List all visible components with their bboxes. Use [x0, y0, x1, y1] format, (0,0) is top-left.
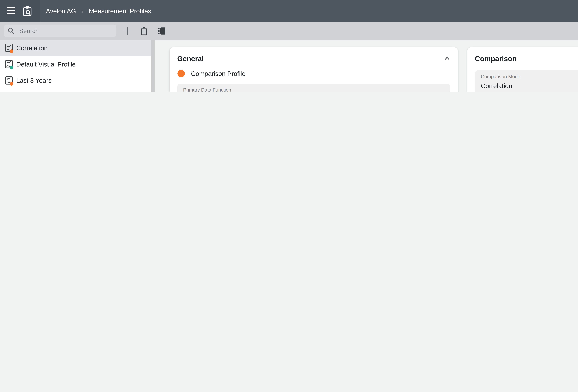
audit-search-icon[interactable]	[22, 5, 33, 17]
sidebar-item-label: Correlation	[16, 44, 48, 52]
profile-list-sidebar: Correlation Default Visual Profile Last …	[0, 40, 151, 92]
menu-icon[interactable]	[7, 7, 15, 14]
sidebar-item-correlation[interactable]: Correlation	[0, 40, 151, 56]
primary-data-function-select[interactable]: Primary Data Function Positive Consumpti…	[177, 84, 450, 92]
card-title: General	[177, 55, 204, 62]
comparison-mode-select[interactable]: Comparison Mode Correlation	[475, 70, 578, 92]
profile-chart-icon	[5, 43, 14, 53]
search-icon	[8, 28, 14, 34]
list-toolbar	[0, 22, 578, 40]
sidebar-item-label: Last 3 Years	[16, 77, 51, 84]
delete-trash-icon[interactable]	[140, 27, 148, 36]
breadcrumb: Avelon AG › Measurement Profiles	[46, 0, 151, 22]
profile-chart-icon	[5, 60, 14, 69]
breadcrumb-root[interactable]: Avelon AG	[46, 7, 76, 15]
field-label: Comparison Mode	[481, 74, 578, 80]
add-profile-icon[interactable]	[123, 27, 132, 36]
search-input[interactable]	[18, 27, 109, 35]
profile-chart-icon	[5, 76, 14, 86]
sidebar-item-new-comparison-profile[interactable]: New Comparison Profile	[0, 89, 151, 92]
breadcrumb-separator-icon: ›	[81, 8, 83, 15]
field-label: Primary Data Function	[183, 87, 444, 92]
sidebar-item-default-visual-profile[interactable]: Default Visual Profile	[0, 56, 151, 72]
general-card: General Comparison Profile Primary Data …	[169, 47, 458, 92]
top-bar: Avelon AG › Measurement Profiles Aaron A…	[0, 0, 578, 22]
toggle-sidebar-layout-icon[interactable]	[157, 27, 166, 36]
card-title: Comparison	[475, 55, 517, 62]
sidebar-item-label: Default Visual Profile	[16, 60, 76, 68]
app-window: Avelon AG › Measurement Profiles Aaron A…	[0, 0, 578, 92]
field-value: Correlation	[481, 82, 578, 90]
main-content: General Comparison Profile Primary Data …	[154, 40, 578, 92]
profile-color-dot[interactable]	[177, 70, 185, 77]
sidebar-resize-splitter[interactable]	[151, 40, 154, 92]
breadcrumb-current: Measurement Profiles	[89, 7, 151, 15]
collapse-chevron-up-icon[interactable]	[444, 56, 450, 62]
search-box[interactable]	[4, 25, 116, 37]
topbar-left-block	[0, 0, 40, 22]
profile-type-label: Comparison Profile	[191, 70, 245, 77]
comparison-card: Comparison Comparison Mode Correlation T…	[467, 47, 578, 92]
sidebar-item-last-3-years[interactable]: Last 3 Years	[0, 72, 151, 89]
